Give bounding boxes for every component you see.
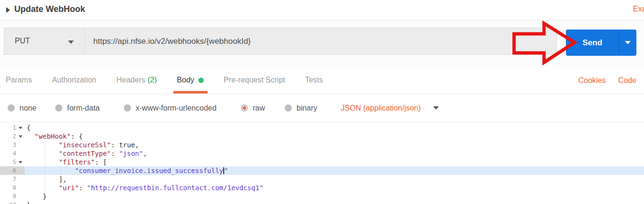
code-line-text[interactable]: { xyxy=(25,123,644,132)
line-number: 6 xyxy=(0,166,16,175)
body-type-options: none form-data x-www-form-urlencoded raw… xyxy=(0,94,644,122)
radio-form-data[interactable]: form-data xyxy=(55,94,99,122)
editor-line[interactable]: 2 "webHook": { xyxy=(0,132,644,141)
chevron-down-icon xyxy=(433,106,439,110)
line-number: 8 xyxy=(0,184,16,192)
radio-raw[interactable]: raw xyxy=(241,94,265,122)
tab-headers[interactable]: Headers (2) xyxy=(117,67,157,93)
fold-toggle-icon xyxy=(16,166,25,175)
editor-line[interactable]: 4 "contentType": "json", xyxy=(0,149,644,158)
editor-gutter: 7 xyxy=(0,175,25,184)
radio-icon xyxy=(55,104,62,112)
request-title: Update WebHook xyxy=(14,4,85,14)
code-line-text[interactable]: "insecureSsl": true, xyxy=(25,141,644,149)
tab-pre-request-script[interactable]: Pre-request Script xyxy=(224,67,285,93)
http-method-value: PUT xyxy=(15,37,30,45)
tab-body[interactable]: Body xyxy=(177,67,204,93)
http-method-select[interactable]: PUT xyxy=(4,28,85,55)
rest-client-window: Update WebHook Exa PUT Send Params Autho… xyxy=(0,0,644,204)
content-type-select[interactable]: JSON (application/json) xyxy=(341,94,439,122)
editor-line[interactable]: 1{ xyxy=(0,123,644,132)
request-builder-row: PUT Send xyxy=(0,20,644,67)
line-number: 5 xyxy=(0,158,16,166)
line-number: 7 xyxy=(0,175,16,184)
editor-line[interactable]: 10} xyxy=(0,201,644,204)
code-line-text[interactable]: } xyxy=(25,201,644,204)
fold-toggle-icon xyxy=(16,201,25,204)
tab-tests[interactable]: Tests xyxy=(305,67,323,93)
tab-params[interactable]: Params xyxy=(6,67,32,93)
fold-toggle-icon xyxy=(16,141,25,149)
tabs-right-links: Cookies Code xyxy=(578,67,636,94)
line-number: 2 xyxy=(0,132,16,141)
fold-toggle-icon xyxy=(16,192,25,201)
code-line-text[interactable]: ], xyxy=(25,175,644,184)
editor-line[interactable]: 7 ], xyxy=(0,175,644,184)
editor-gutter: 3 xyxy=(0,141,25,149)
code-line-text[interactable]: "contentType": "json", xyxy=(25,149,644,158)
editor-line[interactable]: 9 } xyxy=(0,192,644,201)
editor-line[interactable]: 3 "insecureSsl": true, xyxy=(0,141,644,149)
examples-link[interactable]: Exa xyxy=(633,5,644,13)
fold-toggle-icon[interactable] xyxy=(16,132,25,141)
editor-gutter: 6 xyxy=(0,166,25,175)
code-link[interactable]: Code xyxy=(618,76,636,85)
line-number: 9 xyxy=(0,192,16,201)
send-split-button[interactable]: Send xyxy=(566,30,636,56)
url-field-wrap xyxy=(85,28,557,55)
code-line-text[interactable]: "filters": [ xyxy=(25,158,644,166)
editor-gutter: 1 xyxy=(0,123,25,132)
send-button[interactable]: Send xyxy=(566,30,619,56)
radio-binary[interactable]: binary xyxy=(285,94,317,122)
tab-authorization[interactable]: Authorization xyxy=(52,67,96,93)
line-number: 4 xyxy=(0,149,16,158)
collapse-chevron-icon[interactable] xyxy=(6,7,10,13)
cookies-link[interactable]: Cookies xyxy=(578,76,606,85)
editor-gutter: 10 xyxy=(0,201,25,204)
headers-count-badge: (2) xyxy=(148,76,157,84)
fold-toggle-icon xyxy=(16,184,25,192)
code-line-text[interactable]: "uri": "http://requestbin.fullcontact.co… xyxy=(25,184,644,192)
editor-gutter: 4 xyxy=(0,149,25,158)
code-line-text[interactable]: "webHook": { xyxy=(25,132,644,141)
editor-gutter: 8 xyxy=(0,184,25,192)
line-number: 3 xyxy=(0,141,16,149)
request-header-bar: Update WebHook Exa xyxy=(0,0,644,20)
line-number: 1 xyxy=(0,123,16,132)
body-code-editor[interactable]: 1{2 "webHook": {3 "insecureSsl": true,4 … xyxy=(0,122,644,204)
chevron-down-icon xyxy=(68,41,74,44)
editor-gutter: 5 xyxy=(0,158,25,166)
editor-line[interactable]: 5 "filters": [ xyxy=(0,158,644,166)
radio-icon xyxy=(124,104,131,112)
request-tabs: Params Authorization Headers (2) Body Pr… xyxy=(0,67,644,94)
body-has-content-dot xyxy=(198,78,204,83)
chevron-down-icon xyxy=(625,41,631,44)
radio-icon xyxy=(8,104,15,112)
code-line-text[interactable]: } xyxy=(25,192,644,201)
fold-toggle-icon[interactable] xyxy=(16,123,25,132)
fold-toggle-icon xyxy=(16,149,25,158)
radio-none[interactable]: none xyxy=(8,94,37,122)
radio-x-www-form-urlencoded[interactable]: x-www-form-urlencoded xyxy=(124,94,217,122)
request-url-input[interactable] xyxy=(85,28,556,54)
fold-toggle-icon[interactable] xyxy=(16,158,25,166)
line-number: 10 xyxy=(0,201,16,204)
fold-toggle-icon xyxy=(16,175,25,184)
radio-selected-icon xyxy=(241,104,248,112)
editor-gutter: 9 xyxy=(0,192,25,201)
radio-icon xyxy=(285,104,292,112)
send-options-button[interactable] xyxy=(619,30,636,56)
editor-line[interactable]: 6 "consumer_invoice.issued_successfully" xyxy=(0,166,644,175)
editor-gutter: 2 xyxy=(0,132,25,141)
code-line-text[interactable]: "consumer_invoice.issued_successfully" xyxy=(25,166,644,175)
editor-line[interactable]: 8 "uri": "http://requestbin.fullcontact.… xyxy=(0,184,644,192)
